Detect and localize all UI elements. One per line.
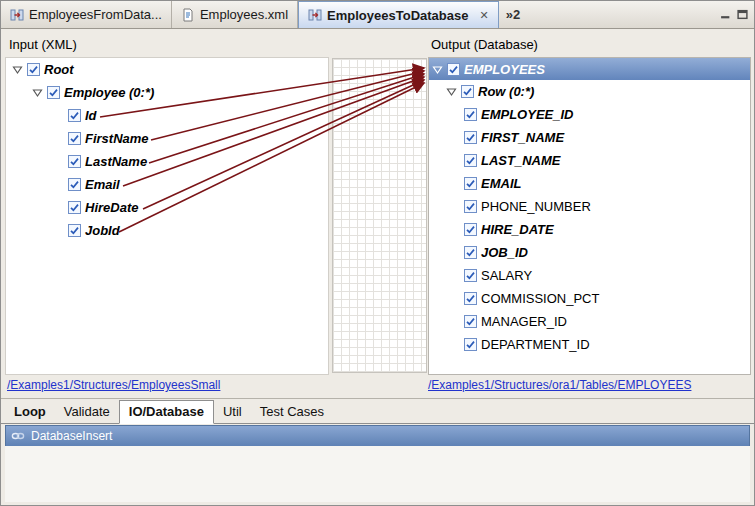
tree-node-phone-number[interactable]: PHONE_NUMBER	[429, 195, 750, 218]
tree-node-label: PHONE_NUMBER	[481, 199, 591, 214]
tab-util[interactable]: Util	[214, 401, 251, 423]
input-tree-panel: Root Employee (0:*) Id FirstName LastNam…	[5, 57, 329, 375]
tree-node-commission-pct[interactable]: COMMISSION_PCT	[429, 287, 750, 310]
element-icon	[68, 224, 81, 237]
tree-node-label: HIRE_DATE	[481, 222, 554, 237]
view-controls	[714, 1, 754, 28]
tree-node-employee-id[interactable]: EMPLOYEE_ID	[429, 103, 750, 126]
tree-node-email-col[interactable]: EMAIL	[429, 172, 750, 195]
tree-node-hiredate[interactable]: HireDate	[6, 196, 328, 219]
element-icon	[464, 154, 477, 167]
element-icon	[464, 223, 477, 236]
element-icon	[464, 177, 477, 190]
element-icon	[464, 315, 477, 328]
element-icon	[464, 338, 477, 351]
tree-node-salary[interactable]: SALARY	[429, 264, 750, 287]
tree-node-label: Employee (0:*)	[64, 85, 154, 100]
tab-overflow-indicator[interactable]: »2	[499, 1, 527, 28]
expander-icon[interactable]	[432, 64, 443, 75]
tree-node-job-id[interactable]: JOB_ID	[429, 241, 750, 264]
tree-node-department-id[interactable]: DEPARTMENT_ID	[429, 333, 750, 356]
bottom-tab-bar: Loop Validate IO/Database Util Test Case…	[1, 398, 754, 424]
element-icon	[447, 63, 460, 76]
tree-node-label: MANAGER_ID	[481, 314, 567, 329]
input-panel-title: Input (XML)	[9, 37, 77, 52]
tree-node-jobid[interactable]: JobId	[6, 219, 328, 242]
element-icon	[464, 246, 477, 259]
tree-node-label: Root	[44, 62, 74, 77]
expander-icon[interactable]	[446, 86, 457, 97]
mapping-editor-window: EmployeesFromData... Employees.xml Emplo…	[0, 0, 755, 506]
tree-node-label: EMPLOYEE_ID	[481, 107, 573, 122]
tree-node-label: FIRST_NAME	[481, 130, 564, 145]
minimize-icon[interactable]	[720, 9, 731, 20]
element-icon	[461, 85, 474, 98]
element-icon	[47, 86, 60, 99]
tree-node-label: EMAIL	[481, 176, 521, 191]
operation-row-database-insert[interactable]: DatabaseInsert	[5, 425, 750, 447]
element-icon	[464, 269, 477, 282]
output-panel-title: Output (Database)	[431, 37, 538, 52]
tree-node-label: JobId	[85, 223, 120, 238]
mapping-file-icon	[10, 8, 24, 22]
tab-loop[interactable]: Loop	[5, 401, 55, 423]
mapping-canvas[interactable]	[332, 58, 427, 373]
element-icon	[464, 292, 477, 305]
tab-employees-to-database[interactable]: EmployeesToDatabase ✕	[298, 1, 499, 28]
link-icon	[11, 431, 25, 441]
tab-label: Employees.xml	[200, 7, 288, 22]
tree-node-label: Row (0:*)	[478, 84, 534, 99]
element-icon	[68, 155, 81, 168]
tree-node-manager-id[interactable]: MANAGER_ID	[429, 310, 750, 333]
tree-node-employee[interactable]: Employee (0:*)	[6, 81, 328, 104]
element-icon	[27, 63, 40, 76]
operations-panel-body	[5, 446, 750, 502]
tree-node-label: HireDate	[85, 200, 138, 215]
tree-node-label: LastName	[85, 154, 147, 169]
output-structure-link[interactable]: /Examples1/Structures/ora1/Tables/EMPLOY…	[428, 378, 691, 392]
element-icon	[464, 131, 477, 144]
maximize-icon[interactable]	[737, 9, 748, 20]
tab-label: EmployeesToDatabase	[327, 8, 468, 23]
tree-node-lastname[interactable]: LastName	[6, 150, 328, 173]
tabbar-spacer	[527, 1, 714, 28]
element-icon	[68, 132, 81, 145]
tree-node-label: LAST_NAME	[481, 153, 560, 168]
input-structure-link[interactable]: /Examples1/Structures/EmployeesSmall	[7, 378, 220, 392]
operation-label: DatabaseInsert	[31, 429, 112, 443]
tab-test-cases[interactable]: Test Cases	[251, 401, 333, 423]
tree-node-label: COMMISSION_PCT	[481, 291, 599, 306]
editor-tab-bar: EmployeesFromData... Employees.xml Emplo…	[1, 1, 754, 29]
tree-node-row[interactable]: Row (0:*)	[429, 80, 750, 103]
tree-node-last-name[interactable]: LAST_NAME	[429, 149, 750, 172]
element-icon	[464, 200, 477, 213]
tree-node-label: Email	[85, 177, 120, 192]
tree-node-email[interactable]: Email	[6, 173, 328, 196]
expander-icon[interactable]	[12, 64, 23, 75]
element-icon	[68, 109, 81, 122]
tab-employees-xml[interactable]: Employees.xml	[172, 1, 298, 28]
tree-node-label: SALARY	[481, 268, 532, 283]
element-icon	[464, 108, 477, 121]
tab-employees-from-data[interactable]: EmployeesFromData...	[1, 1, 172, 28]
tree-node-label: Id	[85, 108, 97, 123]
tree-node-label: EMPLOYEES	[464, 62, 545, 77]
output-tree-panel: EMPLOYEES Row (0:*) EMPLOYEE_ID FIRST_NA…	[428, 57, 751, 375]
close-icon[interactable]: ✕	[479, 9, 488, 22]
mapping-file-icon	[308, 8, 322, 22]
tree-node-id[interactable]: Id	[6, 104, 328, 127]
tree-node-label: FirstName	[85, 131, 149, 146]
expander-icon[interactable]	[32, 87, 43, 98]
tree-node-employees-table[interactable]: EMPLOYEES	[429, 58, 750, 80]
tab-label: EmployeesFromData...	[29, 7, 162, 22]
tab-validate[interactable]: Validate	[55, 401, 119, 423]
element-icon	[68, 201, 81, 214]
tree-node-hire-date[interactable]: HIRE_DATE	[429, 218, 750, 241]
element-icon	[68, 178, 81, 191]
tree-node-label: JOB_ID	[481, 245, 528, 260]
tree-node-label: DEPARTMENT_ID	[481, 337, 590, 352]
tree-node-root[interactable]: Root	[6, 58, 328, 81]
tree-node-first-name[interactable]: FIRST_NAME	[429, 126, 750, 149]
tab-io-database[interactable]: IO/Database	[119, 400, 214, 424]
tree-node-firstname[interactable]: FirstName	[6, 127, 328, 150]
